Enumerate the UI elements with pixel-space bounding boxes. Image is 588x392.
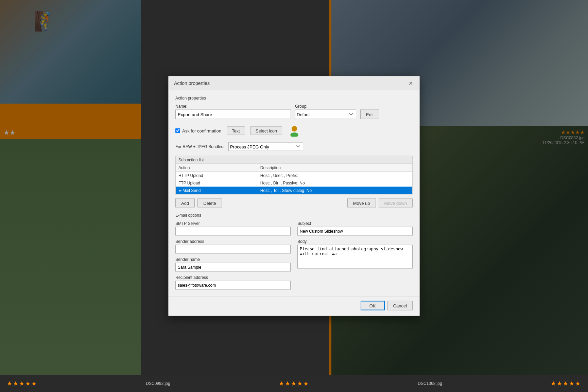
sender-name-input[interactable] [175, 263, 291, 272]
body-textarea[interactable]: Please find attached photography slidesh… [297, 245, 413, 269]
row-desc-http: Host: , User: , Prefix: [258, 172, 412, 179]
subaction-header: Sub action list [176, 156, 412, 164]
dialog-titlebar: Action properties ✕ [169, 76, 419, 90]
filename-bottom-left: DSC0992.jpg [146, 381, 170, 386]
text-button[interactable]: Text [227, 126, 245, 135]
sender-address-field-group: Sender address [175, 239, 291, 254]
dialog-body: Action properties Name: Group: Default C… [169, 90, 419, 297]
sender-name-label: Sender name [175, 257, 291, 262]
subaction-header-row: Action Description [176, 164, 412, 172]
subject-field-group: Subject [297, 221, 413, 236]
name-group-row: Name: Group: Default Custom System Edit [175, 104, 413, 119]
group-select[interactable]: Default Custom System [295, 110, 356, 119]
name-label: Name: [175, 104, 291, 109]
stars-bottom-middle: ★★★★★ [279, 380, 309, 387]
add-button[interactable]: Add [175, 199, 195, 208]
svg-point-1 [291, 132, 298, 137]
table-row[interactable]: E-Mail Send Host: , To: , Show dialog: N… [176, 187, 412, 194]
recipient-label: Recipient address [175, 275, 291, 280]
subaction-buttons-row: Add Delete Move up Move down [175, 199, 413, 208]
sender-name-field-group: Sender name [175, 257, 291, 272]
raw-jpeg-row: For RAW + JPEG Bundles: Process JPEG Onl… [175, 142, 413, 151]
user-icon [288, 124, 301, 138]
subject-label: Subject [297, 221, 413, 226]
subaction-table-head: Action Description [176, 164, 412, 172]
dialog-footer: OK Cancel [169, 297, 419, 316]
subaction-table: Action Description HTTP Upload Host: , U… [176, 164, 412, 194]
process-select[interactable]: Process JPEG Only Process RAW Only Proce… [228, 142, 303, 151]
ask-confirmation-checkbox[interactable] [175, 128, 180, 133]
row-action-http: HTTP Upload [176, 172, 258, 179]
sender-address-input[interactable] [175, 245, 291, 254]
name-field-group: Name: [175, 104, 291, 119]
move-up-button[interactable]: Move up [347, 199, 376, 208]
svg-point-0 [292, 126, 297, 131]
table-row[interactable]: FTP Upload Host: , Dir: , Passive: No [176, 179, 412, 187]
cancel-button[interactable]: Cancel [387, 301, 413, 310]
select-icon-button[interactable]: Select icon [250, 126, 282, 135]
filename-bottom-right: DSC1368.jpg [418, 381, 442, 386]
bottom-bar: ★★★★★ DSC0992.jpg ★★★★★ DSC1368.jpg ★★★★… [0, 375, 588, 392]
stars-bottom-right: ★★★★★ [551, 380, 581, 387]
raw-label: For RAW + JPEG Bundles: [175, 144, 224, 149]
row-desc-email: Host: , To: , Show dialog: No [258, 187, 412, 194]
move-down-button[interactable]: Move down [379, 199, 413, 208]
name-input[interactable] [175, 110, 291, 119]
stars-bottom-left: ★★★★★ [7, 380, 37, 387]
subject-input[interactable] [297, 227, 413, 236]
email-options-grid: SMTP Server Subject Sender address Body … [175, 221, 413, 290]
smtp-field-group: SMTP Server [175, 221, 291, 236]
col-action: Action [176, 164, 258, 172]
subaction-table-body: HTTP Upload Host: , User: , Prefix: FTP … [176, 172, 412, 194]
edit-button[interactable]: Edit [360, 110, 379, 119]
row-action-ftp: FTP Upload [176, 179, 258, 187]
email-section-label: E-mail options [175, 213, 413, 218]
row-action-email: E-Mail Send [176, 187, 258, 194]
checkbox-row: Ask for confirmation Text Select icon [175, 124, 413, 138]
group-label: Group: [295, 104, 356, 109]
ok-button[interactable]: OK [361, 301, 385, 310]
row-desc-ftp: Host: , Dir: , Passive: No [258, 179, 412, 187]
smtp-input[interactable] [175, 227, 291, 236]
group-field-group: Group: Default Custom System [295, 104, 356, 119]
body-field-group: Body Please find attached photography sl… [297, 239, 413, 272]
subaction-list-section: Sub action list Action Description HTTP … [175, 156, 413, 195]
delete-button[interactable]: Delete [197, 199, 222, 208]
close-button[interactable]: ✕ [407, 80, 414, 87]
recipient-field-group: Recipient address [175, 275, 291, 290]
body-label: Body [297, 239, 413, 244]
smtp-label: SMTP Server [175, 221, 291, 226]
recipient-input[interactable] [175, 281, 291, 290]
ask-confirmation-text: Ask for confirmation [182, 128, 221, 133]
action-properties-section-label: Action properties [175, 96, 413, 101]
sender-address-label: Sender address [175, 239, 291, 244]
table-row[interactable]: HTTP Upload Host: , User: , Prefix: [176, 172, 412, 179]
action-properties-dialog: Action properties ✕ Action properties Na… [168, 76, 420, 316]
user-avatar-svg [288, 125, 300, 137]
dialog-title: Action properties [174, 81, 210, 86]
col-description: Description [258, 164, 412, 172]
ask-confirmation-label[interactable]: Ask for confirmation [175, 128, 221, 133]
